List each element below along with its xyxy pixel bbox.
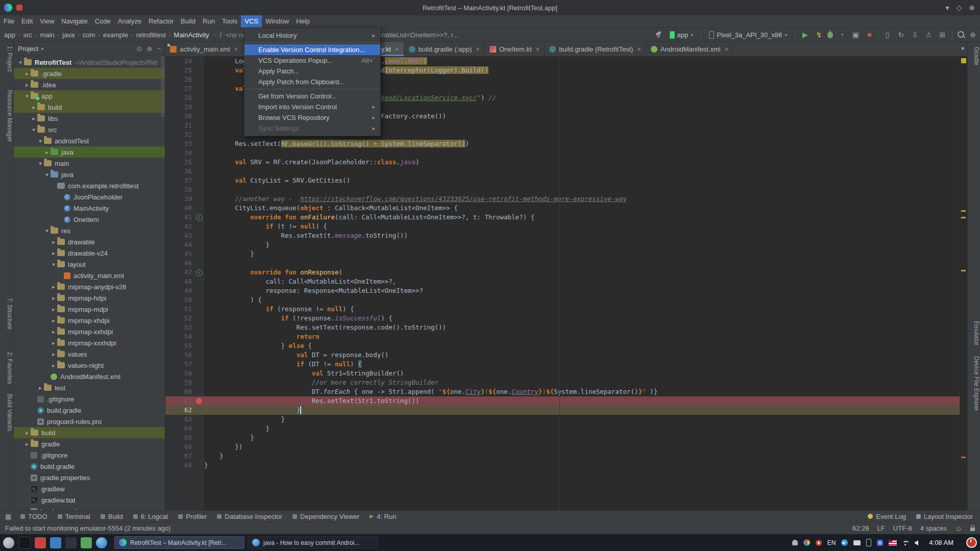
- tree-item-build-gradle[interactable]: build.gradle: [14, 405, 165, 416]
- keyboard-layout-indicator[interactable]: EN: [827, 539, 836, 546]
- code-line-38[interactable]: 38: [165, 185, 960, 194]
- tool-window-switcher-icon[interactable]: ▦: [5, 513, 11, 520]
- tool-window-button-4-run[interactable]: ▶4: Run: [370, 513, 396, 520]
- code-line-56[interactable]: 56 val DT = response.body(): [165, 350, 960, 360]
- input-method-icon[interactable]: [853, 540, 861, 545]
- tree-item-mainactivity[interactable]: MainActivity: [14, 203, 165, 214]
- browser-icon[interactable]: [96, 537, 107, 548]
- browser-tray-icon[interactable]: [803, 539, 810, 546]
- breadcrumb-main[interactable]: main: [40, 31, 54, 39]
- apply-changes-button[interactable]: ↯: [814, 31, 824, 39]
- tree-item-test[interactable]: ▸test: [14, 382, 165, 393]
- tree-item-proguard-rules-pro[interactable]: proguard-rules.pro: [14, 416, 165, 427]
- collapse-arrow-icon[interactable]: ▾: [37, 138, 44, 144]
- tab-activity-main-xml[interactable]: activity_main.xml×: [165, 42, 243, 56]
- collapse-arrow-icon[interactable]: ▾: [23, 93, 31, 99]
- code-line-45[interactable]: 45 }: [165, 249, 960, 259]
- menu-edit[interactable]: Edit: [18, 15, 36, 28]
- us-flag-icon[interactable]: [889, 540, 897, 545]
- expand-arrow-icon[interactable]: ▸: [50, 329, 57, 335]
- breadcrumb-com[interactable]: com: [83, 31, 95, 39]
- tree-item-java[interactable]: ▸java: [14, 146, 165, 158]
- breadcrumb-mainactivity[interactable]: MainActivity: [174, 31, 209, 39]
- menu-analyze[interactable]: Analyze: [114, 15, 145, 28]
- tool-window-button-dependency-viewer[interactable]: Dependency Viewer: [292, 513, 359, 520]
- menu-refactor[interactable]: Refactor: [145, 15, 177, 28]
- maximize-button[interactable]: ◇: [956, 4, 962, 12]
- breadcrumb-src[interactable]: src: [23, 31, 32, 39]
- settings-gear-icon[interactable]: ⊛: [970, 31, 976, 39]
- tree-item-src[interactable]: ▾src: [14, 124, 165, 135]
- expand-arrow-icon[interactable]: ▸: [43, 149, 51, 156]
- tab-build-gradle-app[interactable]: build.gradle (:app)×: [404, 42, 485, 56]
- stop-button[interactable]: ■: [864, 31, 874, 39]
- tree-item-gitignore[interactable]: .gitignore: [14, 449, 165, 461]
- tree-item-main[interactable]: ▾main: [14, 158, 165, 169]
- expand-arrow-icon[interactable]: ▸: [50, 295, 57, 302]
- tab-oneitem-kt[interactable]: OneItem.kt×: [485, 42, 545, 56]
- build-hammer-icon[interactable]: [655, 31, 662, 38]
- tab-androidmanifest-xml[interactable]: AndroidManifest.xml×: [646, 42, 733, 56]
- code-line-46[interactable]: 46: [165, 259, 960, 268]
- tool-stripe-favorites[interactable]: 2: Favorites: [0, 351, 13, 384]
- expand-arrow-icon[interactable]: ▸: [30, 104, 37, 111]
- tree-item-build[interactable]: ▸build: [14, 427, 165, 438]
- code-line-33[interactable]: 33 Res.setText(RF.baseUrl().toString() +…: [165, 139, 960, 148]
- overrides-icon[interactable]: ↑: [196, 214, 203, 221]
- code-line-36[interactable]: 36: [165, 167, 960, 176]
- tool-window-button-layout-inspector[interactable]: Layout Inspector: [916, 513, 973, 520]
- code-line-62[interactable]: 62 }: [165, 406, 960, 415]
- tree-item-local-properties[interactable]: local.properties: [14, 506, 165, 510]
- breadcrumb-example[interactable]: example: [103, 31, 128, 39]
- code-line-66[interactable]: 66 }): [165, 442, 960, 452]
- tree-item-oneitem[interactable]: OneItem: [14, 214, 165, 225]
- tree-item-mipmap-xxhdpi[interactable]: ▸mipmap-xxhdpi: [14, 326, 165, 337]
- menu-view[interactable]: View: [36, 15, 58, 28]
- profile-button[interactable]: ◔: [837, 31, 847, 39]
- overrides-icon[interactable]: ↑: [196, 269, 203, 276]
- device-manager-button[interactable]: ▯: [882, 31, 892, 39]
- debug-button[interactable]: [827, 32, 833, 38]
- code-line-60[interactable]: 60 DT.forEach { one -> Str1.append( "${o…: [165, 387, 960, 396]
- tool-window-button-event-log[interactable]: Event Log: [868, 513, 906, 520]
- vcs-menu-item-apply-patch[interactable]: Apply Patch...: [244, 66, 380, 77]
- breadcrumb-retrofittest[interactable]: retrofittest: [136, 31, 166, 39]
- menu-build[interactable]: Build: [177, 15, 199, 28]
- expand-arrow-icon[interactable]: ▸: [37, 385, 44, 391]
- tree-item-layout[interactable]: ▾layout: [14, 259, 165, 270]
- tool-stripe-project[interactable]: 1: Project: [0, 45, 13, 72]
- close-tab-icon[interactable]: ×: [725, 45, 729, 53]
- project-view-selector[interactable]: Project ▾: [18, 45, 44, 53]
- tool-window-button-build[interactable]: Build: [101, 513, 123, 520]
- tree-item-jsonplaceholder[interactable]: JsonPlaceholder: [14, 191, 165, 203]
- wifi-icon[interactable]: [902, 540, 909, 546]
- editor-scrollbar[interactable]: [960, 57, 967, 510]
- vcs-menu-item-enable-version-control-integration[interactable]: Enable Version Control Integration...: [244, 44, 380, 55]
- code-line-65[interactable]: 65 }: [165, 433, 960, 442]
- notifications-icon[interactable]: [792, 540, 798, 545]
- vcs-menu-item-browse-vcs-repository[interactable]: Browse VCS Repository▸: [244, 112, 380, 123]
- code-line-54[interactable]: 54 return: [165, 332, 960, 341]
- collapse-arrow-icon[interactable]: ▾: [43, 228, 51, 234]
- tree-item-build-gradle[interactable]: build.gradle: [14, 461, 165, 472]
- file-manager-icon[interactable]: [50, 537, 61, 548]
- expand-arrow-icon[interactable]: ▸: [50, 306, 57, 313]
- code-line-40[interactable]: 40 CityList.enqueue(object : Callback<Mu…: [165, 204, 960, 213]
- screen-record-icon[interactable]: [816, 540, 822, 546]
- hide-panel-icon[interactable]: −: [157, 45, 161, 53]
- expand-arrow-icon[interactable]: ▸: [23, 430, 31, 436]
- volume-icon[interactable]: [914, 540, 918, 545]
- collapse-arrow-icon[interactable]: ▾: [17, 59, 24, 66]
- code-line-61[interactable]: 61 Res.setText(Str1.toString()): [165, 396, 960, 406]
- highlighting-level-icon[interactable]: [970, 528, 975, 531]
- code-line-47[interactable]: 47↑ override fun onResponse(: [165, 268, 960, 277]
- tab-list-menu-icon[interactable]: ▾: [961, 45, 964, 52]
- phone-link-icon[interactable]: [866, 539, 871, 546]
- attach-debugger-button[interactable]: ▣: [850, 31, 861, 39]
- menu-window[interactable]: Window: [262, 15, 292, 28]
- messenger-icon[interactable]: [841, 539, 848, 546]
- run-config-selector[interactable]: app ▾: [667, 31, 697, 39]
- minimize-button[interactable]: ▾: [945, 4, 949, 12]
- app-menu-icon[interactable]: [3, 537, 14, 548]
- breadcrumb-java[interactable]: java: [62, 31, 75, 39]
